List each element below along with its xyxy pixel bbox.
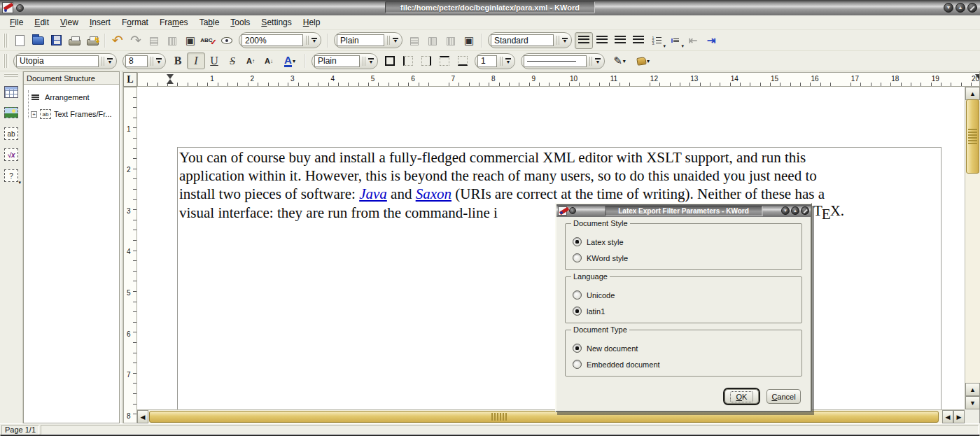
print-preview-button[interactable]: ↯ [83,32,102,49]
frame-style-value[interactable]: Plain [314,55,360,67]
menu-tools[interactable]: Tools [225,16,255,29]
document-text-line[interactable]: install two pieces of software: Java and… [179,185,939,203]
border-line-style-combobox[interactable]: ▼ [521,53,605,69]
zoom-combobox[interactable]: 200% ▼ [239,32,321,48]
chevron-down-icon[interactable]: ▾ [647,58,650,64]
latex-export-dialog[interactable]: - Latex Export Filter Parameters - KWord… [555,203,812,412]
menu-file[interactable]: File [4,16,29,29]
cancel-button[interactable]: Cancel [766,389,801,404]
dialog-menu-button[interactable]: - [569,207,576,214]
insert-picture-button[interactable] [2,104,20,122]
dialog-close-button[interactable] [801,206,809,215]
chevron-down-icon[interactable]: ▼ [312,38,317,43]
window-titlebar[interactable]: - file:/home/peter/doc/beginlatex/para.x… [0,0,980,15]
border-left-button[interactable] [399,52,417,69]
insert-object-button[interactable]: ? ▾ [2,167,20,185]
menu-format[interactable]: Format [116,16,154,29]
vertical-ruler[interactable]: 12345678 [123,87,137,423]
menu-edit[interactable]: Edit [29,16,55,29]
chevron-down-icon[interactable]: ▼ [505,58,511,64]
kword-app-icon[interactable] [2,2,13,13]
font-family-combobox[interactable]: Utopia ▼ [13,53,117,69]
toolbar-handle[interactable] [4,34,8,48]
formatting-characters-button[interactable] [218,32,236,49]
list-style-value[interactable]: Standard [491,34,554,46]
scroll-right-button[interactable]: ▶ [953,410,965,423]
tab-type-button[interactable]: L [123,72,137,87]
save-button[interactable] [47,32,65,49]
document-text-line[interactable]: application within it. However, this is … [179,167,939,185]
scroll-left-button-2[interactable]: ◀ [942,410,953,423]
menu-table[interactable]: Table [194,16,225,29]
dialog-minimize-button[interactable]: ▼ [781,206,790,215]
maximize-button[interactable]: ▲ [955,3,965,13]
insert-text-frame-button[interactable]: ab [2,125,20,143]
create-text-frame-button[interactable]: ▣ [460,32,478,49]
new-document-button[interactable] [10,32,29,49]
horizontal-scrollbar[interactable]: ◀ ◀ ▶ [137,409,965,423]
dialog-titlebar[interactable]: - Latex Export Filter Parameters - KWord… [556,204,811,217]
chevron-down-icon[interactable]: ▼ [107,58,113,64]
dialog-maximize-button[interactable]: ▲ [791,206,799,215]
tree-item-text-frames[interactable]: + ab Text Frames/Fr... [31,106,119,122]
font-size-combobox[interactable]: 8 ▼ [122,53,166,69]
border-outline-button[interactable] [381,52,399,69]
border-right-button[interactable] [417,52,435,69]
font-size-value[interactable]: 8 [125,55,148,67]
window-menu-button[interactable]: - [16,4,24,12]
increase-indent-button[interactable]: ⇥ [702,32,720,49]
frame-borders-button[interactable]: ▣ [181,32,200,49]
text-color-button[interactable]: A ▾ [278,52,302,69]
document-canvas[interactable]: You can of course buy and install a full… [137,87,965,409]
align-justify-button[interactable] [629,32,648,49]
vertical-scroll-thumb[interactable] [966,99,979,174]
radio-button[interactable] [573,237,582,246]
tex-logo-text[interactable]: TEX. [813,202,844,220]
paragraph-style-combobox[interactable]: Plain ▼ [334,32,402,48]
scroll-up-button-2[interactable]: ▲ [965,383,980,396]
border-top-button[interactable] [435,52,454,69]
scroll-down-button[interactable]: ▼ [965,396,980,409]
radio-option-unicode[interactable]: Unicode [573,287,802,303]
chevron-down-icon[interactable]: ▼ [368,58,374,64]
border-line-style-value[interactable] [524,55,587,67]
close-button[interactable] [967,3,977,13]
align-left-button[interactable] [575,32,593,49]
radio-button[interactable] [573,307,582,316]
radio-option-new-document[interactable]: New document [573,340,802,356]
frame-style-combobox[interactable]: Plain ▼ [312,53,378,69]
italic-button[interactable]: I [187,52,205,69]
radio-option-latin1[interactable]: latin1 [573,303,802,319]
radio-button[interactable] [573,290,582,300]
scroll-up-button[interactable]: ▲ [965,87,980,100]
insert-variable-button[interactable]: ▥ [424,32,442,49]
numbered-list-button[interactable]: 1. 2. 3. ▾ [648,32,666,49]
superscript-button[interactable]: A↑ [241,52,260,69]
ok-button[interactable]: OK [724,389,759,404]
chevron-down-icon[interactable]: ▾ [293,58,295,64]
strikethrough-button[interactable]: S [223,52,241,69]
radio-button[interactable] [573,360,582,369]
scroll-left-button[interactable]: ◀ [137,410,148,423]
toolbar-handle[interactable] [4,54,8,68]
undo-button[interactable]: ↶ [108,32,127,49]
open-button[interactable] [29,32,47,49]
radio-option-latex-style[interactable]: Latex style [573,234,802,250]
underline-button[interactable]: U [205,52,223,69]
list-style-combobox[interactable]: Standard ▼ [488,32,572,48]
paragraph-style-value[interactable]: Plain [337,34,384,46]
chevron-down-icon[interactable]: ▼ [156,58,162,64]
spellcheck-button[interactable]: ABC ✓ [200,32,218,49]
redo-button[interactable]: ↷ [127,32,145,49]
subscript-button[interactable]: A↓ [260,52,278,69]
insert-table-button[interactable] [2,83,20,101]
menu-view[interactable]: View [55,16,84,29]
chevron-down-icon[interactable]: ▼ [595,58,601,64]
insert-footnote-button[interactable]: ▤ [405,32,424,49]
radio-option-kword-style[interactable]: KWord style [573,250,802,266]
chevron-down-icon[interactable]: ▼ [562,38,568,43]
align-right-button[interactable] [611,32,629,49]
minimize-button[interactable]: ▼ [944,3,953,13]
radio-option-embedded-document[interactable]: Embedded document [573,356,802,372]
tree-item-arrangement[interactable]: Arrangement [31,89,119,106]
